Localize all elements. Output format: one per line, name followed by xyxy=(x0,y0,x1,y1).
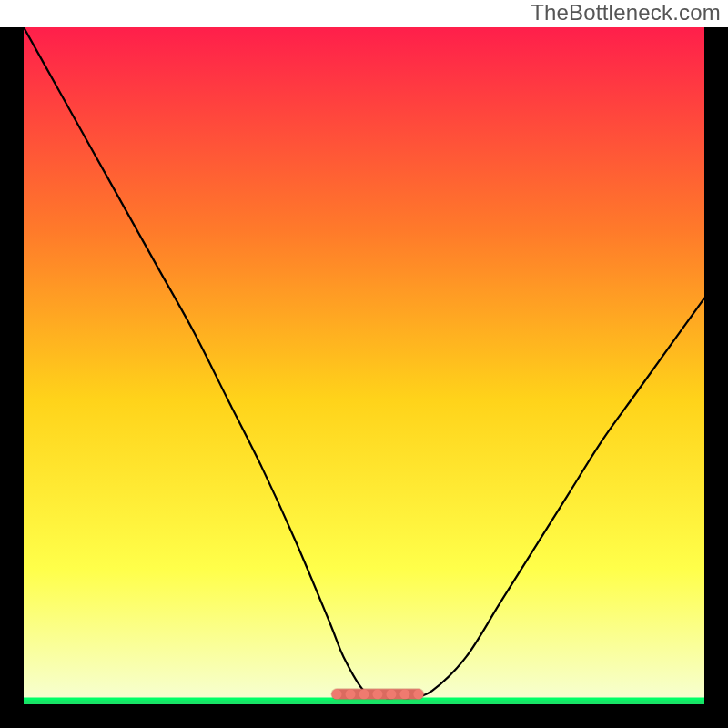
watermark-text: TheBottleneck.com xyxy=(531,0,721,25)
chart-svg xyxy=(0,27,728,728)
bottleneck-chart xyxy=(0,27,728,728)
svg-point-10 xyxy=(386,689,396,699)
svg-point-12 xyxy=(413,689,423,699)
svg-rect-1 xyxy=(24,27,704,704)
svg-point-9 xyxy=(372,689,382,699)
svg-point-8 xyxy=(359,689,369,699)
svg-point-6 xyxy=(332,689,342,699)
chart-container: TheBottleneck.com xyxy=(0,0,728,728)
svg-point-11 xyxy=(399,689,410,699)
svg-point-7 xyxy=(346,689,356,699)
